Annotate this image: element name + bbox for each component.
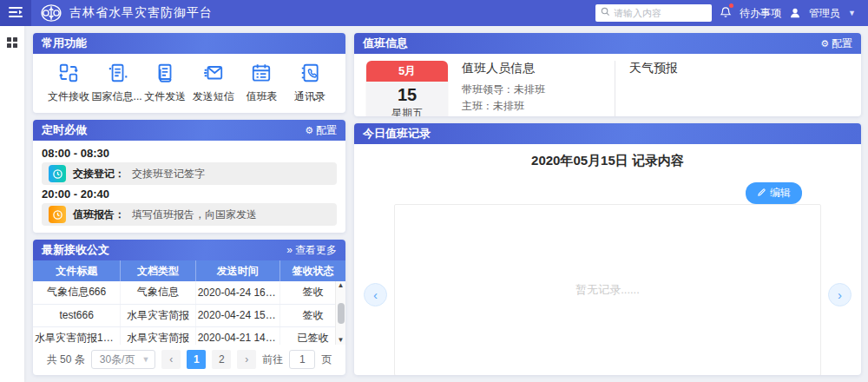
col-header: 文件标题 — [33, 260, 121, 281]
topbar-right: 待办事项 管理员 ▼ — [595, 4, 868, 22]
notification-badge — [729, 3, 733, 8]
quick-item-label: 值班表 — [246, 89, 277, 104]
doc-time: 2020-04-21 14:1... — [195, 326, 279, 345]
sidebar-collapse-button[interactable] — [0, 0, 31, 26]
clock-icon — [49, 206, 66, 223]
table-scrollbar[interactable]: ▲ ▼ — [335, 281, 345, 345]
quick-item-duty-roster[interactable]: 值班表 — [238, 62, 285, 104]
col-header: 发送时间 — [195, 260, 279, 281]
duty-record-header: 今日值班记录 — [354, 123, 861, 144]
edit-label: 编辑 — [770, 186, 791, 201]
scheduled-tasks-body: 08:00 - 08:30 交接登记： 交接班登记签字 20:00 - 20:4… — [33, 141, 345, 233]
goto-page-input[interactable] — [289, 350, 315, 369]
global-search[interactable] — [595, 4, 712, 22]
national-info-icon — [106, 62, 128, 84]
quick-item-national-info[interactable]: 国家信息... — [94, 62, 141, 104]
gear-icon: ⚙ — [820, 39, 829, 49]
main-content: 常用功能 文件接收 — [24, 26, 868, 382]
duty-record-body: 2020年05月15日 记录内容 编辑 暂无记录...... ‹ › — [354, 144, 861, 375]
scheduled-tasks-panel: 定时必做 ⚙ 配置 08:00 - 08:30 交接登记： — [33, 120, 345, 233]
doc-time: 2020-04-24 15:1... — [195, 304, 279, 326]
duty-roster-icon — [250, 62, 273, 84]
col-header: 签收状态 — [279, 260, 345, 281]
side-rail — [0, 26, 24, 382]
scroll-down-icon[interactable]: ▼ — [338, 336, 345, 345]
calendar-card: 5月 15 星期五 — [366, 61, 448, 116]
prev-page-button[interactable]: ‹ — [161, 350, 181, 369]
quick-item-file-send[interactable]: 文件发送 — [141, 62, 188, 104]
todo-link[interactable]: 待办事项 — [740, 6, 781, 21]
task-name: 值班报告： — [73, 207, 125, 222]
right-column: 值班信息 ⚙ 配置 5月 15 星期五 值班人员信息 带班领导：未排班 — [354, 33, 861, 375]
apps-grid-icon[interactable] — [7, 37, 17, 382]
page-button-1[interactable]: 1 — [187, 350, 206, 369]
page-button-2[interactable]: 2 — [212, 350, 231, 369]
staff-line: 副班：未排班 — [462, 115, 601, 116]
task-time: 08:00 - 08:30 — [42, 147, 337, 160]
documents-table: 文件标题 文档类型 发送时间 签收状态 气象信息666 气象信息 2020-04… — [33, 260, 345, 345]
doc-type: 气象信息 — [121, 281, 195, 304]
pagination-bar: 共 50 条 30条/页 ▼ ‹ 1 2 › 前往 页 — [33, 345, 345, 375]
task-row-duty-report[interactable]: 值班报告： 填写值班报告，向国家发送 — [42, 203, 337, 226]
task-row-handover[interactable]: 交接登记： 交接班登记签字 — [42, 162, 337, 185]
page-size-select[interactable]: 30条/页 ▼ — [91, 350, 156, 369]
duty-info-body: 5月 15 星期五 值班人员信息 带班领导：未排班 主班：未排班 副班：未排班 … — [354, 54, 861, 116]
view-more-label: 查看更多 — [295, 243, 337, 258]
panel-title: 值班信息 — [363, 36, 408, 51]
doc-title-link[interactable]: 气象信息666 — [33, 281, 121, 304]
quick-functions-panel: 常用功能 文件接收 — [33, 33, 345, 113]
calendar-day: 15 — [366, 82, 448, 105]
col-header: 文档类型 — [121, 260, 195, 281]
search-input[interactable] — [614, 8, 707, 18]
quick-item-label: 文件接收 — [48, 89, 89, 104]
table-row[interactable]: 气象信息666 气象信息 2020-04-24 16:3... 签收 — [33, 281, 345, 304]
topbar: 吉林省水旱灾害防御平台 待办事项 管理员 — [0, 0, 868, 26]
edit-record-button[interactable]: 编辑 — [746, 182, 802, 204]
staff-title: 值班人员信息 — [462, 61, 601, 76]
scheduled-tasks-header: 定时必做 ⚙ 配置 — [33, 120, 345, 141]
table-row[interactable]: test666 水旱灾害简报 2020-04-24 15:1... 签收 — [33, 304, 345, 326]
doc-type: 水旱灾害简报 — [121, 304, 195, 326]
task-desc: 交接班登记签字 — [132, 167, 205, 181]
quick-item-file-receive[interactable]: 文件接收 — [45, 62, 92, 104]
next-record-button[interactable]: › — [828, 283, 852, 306]
file-receive-icon — [57, 62, 80, 84]
doc-time: 2020-04-24 16:3... — [195, 281, 279, 304]
view-more-link[interactable]: » 查看更多 — [286, 243, 337, 258]
panel-title: 常用功能 — [42, 36, 87, 51]
clock-icon — [49, 165, 66, 182]
duty-info-header: 值班信息 ⚙ 配置 — [354, 33, 861, 54]
config-label: 配置 — [316, 123, 337, 138]
duty-info-config-link[interactable]: ⚙ 配置 — [820, 36, 852, 51]
gear-icon: ⚙ — [305, 126, 313, 135]
vertical-divider — [615, 61, 615, 116]
task-desc: 填写值班报告，向国家发送 — [132, 207, 257, 222]
app-title: 吉林省水旱灾害防御平台 — [69, 5, 213, 21]
quick-item-contacts[interactable]: 通讯录 — [286, 62, 333, 104]
user-menu[interactable]: 管理员 — [809, 6, 840, 21]
notifications-button[interactable] — [720, 5, 732, 21]
staff-line: 主班：未排班 — [462, 98, 601, 115]
file-send-icon — [154, 62, 176, 84]
table-row[interactable]: 水旱灾害简报1417 水旱灾害简报 2020-04-21 14:1... 已签收 — [33, 326, 345, 345]
duty-staff-info: 值班人员信息 带班领导：未排班 主班：未排班 副班：未排班 — [462, 61, 601, 116]
left-column: 常用功能 文件接收 — [33, 33, 345, 375]
task-name: 交接登记： — [73, 167, 125, 181]
weather-title: 天气预报 — [629, 61, 851, 76]
user-menu-caret-icon[interactable]: ▼ — [848, 9, 856, 17]
quick-item-send-sms[interactable]: 发送短信 — [190, 62, 237, 104]
duty-record-panel: 今日值班记录 2020年05月15日 记录内容 编辑 暂无记录...... — [354, 123, 861, 375]
scheduled-config-link[interactable]: ⚙ 配置 — [305, 123, 337, 138]
quick-functions-header: 常用功能 — [33, 33, 345, 54]
pencil-icon — [757, 188, 766, 200]
scroll-up-icon[interactable]: ▲ — [338, 281, 345, 290]
doc-type: 水旱灾害简报 — [121, 326, 195, 345]
doc-title-link[interactable]: 水旱灾害简报1417 — [33, 326, 121, 345]
task-time: 20:00 - 20:40 — [42, 188, 337, 201]
quick-functions-body: 文件接收 国家信息... — [33, 54, 345, 113]
scrollbar-thumb[interactable] — [338, 303, 345, 324]
next-page-button[interactable]: › — [237, 350, 256, 369]
doc-title-link[interactable]: test666 — [33, 304, 121, 326]
prev-record-button[interactable]: ‹ — [364, 283, 387, 306]
quick-item-label: 通讯录 — [294, 89, 326, 104]
